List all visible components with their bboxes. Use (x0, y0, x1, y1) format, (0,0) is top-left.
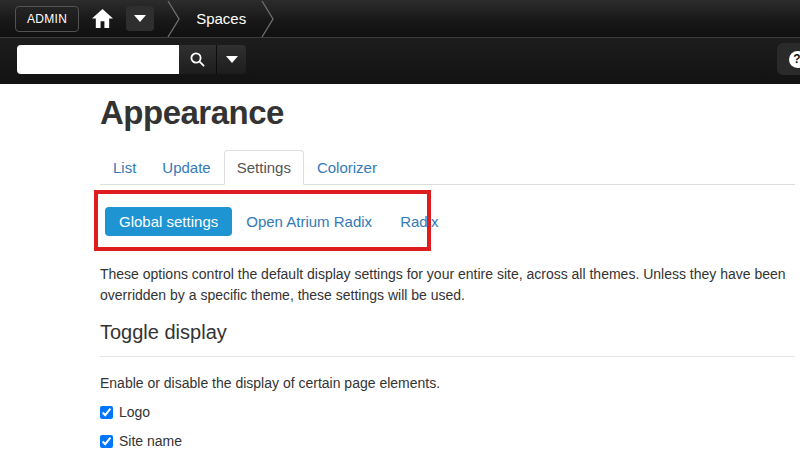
site-name-checkbox-label: Site name (119, 433, 182, 449)
tab-settings[interactable]: Settings (224, 150, 304, 185)
breadcrumb-separator-icon (260, 0, 276, 38)
breadcrumb-separator-icon (166, 0, 182, 38)
logo-checkbox[interactable] (100, 406, 113, 419)
settings-description: These options control the default displa… (100, 264, 795, 306)
caret-down-icon (226, 56, 238, 63)
search-caret-button[interactable] (216, 45, 246, 74)
logo-checkbox-label: Logo (119, 404, 150, 420)
admin-bar: ADMIN Spaces (0, 0, 800, 38)
search-button[interactable] (179, 45, 216, 74)
breadcrumb-item-spaces[interactable]: Spaces (196, 10, 246, 27)
toggle-display-description: Enable or disable the display of certain… (100, 375, 795, 391)
breadcrumb-caret-button[interactable] (126, 6, 154, 31)
theme-tab-open-atrium-radix[interactable]: Open Atrium Radix (232, 207, 386, 236)
home-button[interactable] (91, 8, 114, 29)
section-divider (100, 356, 795, 357)
theme-tabs: Global settings Open Atrium Radix Radix (105, 207, 795, 236)
toolbar: ? (0, 38, 800, 84)
theme-tab-radix[interactable]: Radix (386, 207, 452, 236)
toggle-display-title: Toggle display (100, 321, 795, 344)
settings-description-line: overridden by a specific theme, these se… (100, 285, 795, 306)
page-title: Appearance (100, 93, 795, 133)
tab-update[interactable]: Update (149, 150, 223, 185)
question-mark-icon: ? (789, 51, 800, 68)
checkbox-row-site-name: Site name (100, 433, 795, 449)
help-button[interactable]: ? (777, 43, 800, 75)
primary-tabs: List Update Settings Colorizer (100, 150, 795, 185)
main-content: Appearance List Update Settings Colorize… (0, 93, 795, 449)
tab-colorizer[interactable]: Colorizer (304, 150, 390, 185)
checkbox-row-logo: Logo (100, 404, 795, 420)
theme-tab-global-settings[interactable]: Global settings (105, 207, 232, 236)
caret-down-icon (134, 15, 146, 22)
home-icon (91, 8, 114, 29)
search-group (17, 45, 246, 74)
site-name-checkbox[interactable] (100, 435, 113, 448)
admin-button[interactable]: ADMIN (15, 6, 79, 32)
search-icon (189, 51, 206, 68)
settings-description-line: These options control the default displa… (100, 264, 795, 285)
search-input[interactable] (17, 45, 179, 74)
tab-list[interactable]: List (100, 150, 149, 185)
